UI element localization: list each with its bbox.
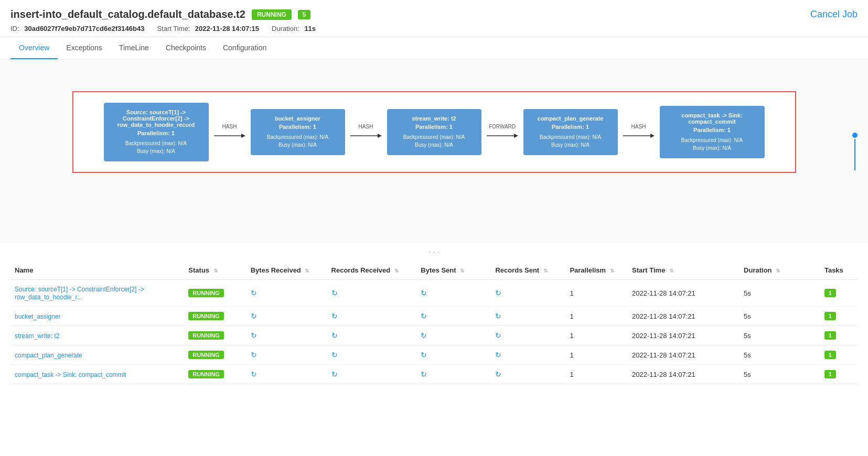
row-bytes-recv-0: ↻ <box>247 280 327 307</box>
row-tasks-badge-4: 1 <box>824 370 836 378</box>
loading-icon-1-1: ↻ <box>251 312 257 320</box>
sort-icon-bytes-recv[interactable]: ⇅ <box>305 268 309 274</box>
node-3-parallelism: Parallelism: 1 <box>394 124 474 130</box>
row-name-link-0[interactable]: Source: sourceT[1] -> ConstraintEnforcer… <box>15 286 144 301</box>
row-rec-sent-4: ↻ <box>491 365 565 384</box>
arrow-4-label: HASH <box>631 124 646 129</box>
table-row: compact_plan_generate RUNNING ↻ ↻ ↻ ↻ 1 … <box>10 345 858 365</box>
node-4-parallelism: Parallelism: 1 <box>531 124 610 130</box>
row-rec-recv-3: ↻ <box>327 345 417 365</box>
page: insert-into_default_catalog.default_data… <box>0 0 868 456</box>
loading-icon-4-3: ↻ <box>421 370 427 378</box>
flow-node-5[interactable]: compact_task -> Sink: compact_commit Par… <box>660 106 765 158</box>
row-name-link-3[interactable]: compact_plan_generate <box>15 352 82 359</box>
col-header-bytes-received: Bytes Received ⇅ <box>247 261 327 280</box>
sort-icon-parallelism[interactable]: ⇅ <box>610 268 614 274</box>
loading-icon-2-3: ↻ <box>421 331 427 340</box>
flow-node-1[interactable]: Source: sourceT[1] -> ConstraintEnforcer… <box>104 103 209 161</box>
header: insert-into_default_catalog.default_data… <box>0 0 868 37</box>
row-start-time-3: 2022-11-28 14:07:21 <box>628 345 740 365</box>
node-2-title: bucket_assigner <box>258 115 338 122</box>
arrow-3-label: FORWARD <box>489 124 516 129</box>
graph-flow: Source: sourceT[1] -> ConstraintEnforcer… <box>84 103 785 161</box>
row-start-time-0: 2022-11-28 14:07:21 <box>628 280 740 307</box>
loading-icon-3-2: ↻ <box>331 351 338 359</box>
row-tasks-badge-1: 1 <box>824 312 836 320</box>
row-bytes-sent-4: ↻ <box>416 365 491 384</box>
loading-icon-4-2: ↻ <box>331 370 338 378</box>
node-1-stats: Backpressured (max): N/ABusy (max): N/A <box>111 139 201 155</box>
row-name-link-1[interactable]: bucket_assigner <box>15 313 60 320</box>
row-parallelism-2: 1 <box>565 326 628 345</box>
loading-icon-2-4: ↻ <box>495 331 501 340</box>
cancel-job-button[interactable]: Cancel Job <box>810 9 858 20</box>
row-rec-recv-2: ↻ <box>327 326 417 345</box>
row-tasks-0: 1 <box>820 280 858 307</box>
row-status-2: RUNNING <box>188 331 223 340</box>
row-parallelism-3: 1 <box>565 345 628 365</box>
row-rec-recv-4: ↻ <box>327 365 417 384</box>
tab-timeline[interactable]: TimeLine <box>111 37 157 59</box>
node-5-title: compact_task -> Sink: compact_commit <box>667 112 757 125</box>
row-bytes-sent-1: ↻ <box>416 307 491 326</box>
tasks-badge: 5 <box>298 10 310 19</box>
row-rec-sent-2: ↻ <box>491 326 565 345</box>
col-header-tasks: Tasks <box>820 261 858 280</box>
flow-node-3[interactable]: stream_write: t2 Parallelism: 1 Backpres… <box>387 109 481 155</box>
loading-icon-0-3: ↻ <box>421 289 427 297</box>
flow-node-2[interactable]: bucket_assigner Parallelism: 1 Backpress… <box>251 109 345 155</box>
row-bytes-recv-1: ↻ <box>247 307 327 326</box>
row-name-link-4[interactable]: compact_task -> Sink: compact_commit <box>15 371 126 378</box>
id-value: 30ad6027f7e9eb7d717cd6e2f3146b43 <box>24 25 144 32</box>
loading-icon-1-4: ↻ <box>495 312 501 320</box>
loading-icon-4-1: ↻ <box>251 370 257 378</box>
node-4-stats: Backpressured (max): N/ABusy (max): N/A <box>531 133 610 149</box>
row-start-time-4: 2022-11-28 14:07:21 <box>628 365 740 384</box>
id-label: ID: 30ad6027f7e9eb7d717cd6e2f3146b43 <box>10 25 144 32</box>
table-row: compact_task -> Sink: compact_commit RUN… <box>10 365 858 384</box>
graph-container: Source: sourceT[1] -> ConstraintEnforcer… <box>72 91 796 173</box>
row-duration-4: 5s <box>740 365 820 384</box>
job-title: insert-into_default_catalog.default_data… <box>10 8 245 20</box>
sort-icon-rec-recv[interactable]: ⇅ <box>394 268 399 274</box>
tab-checkpoints[interactable]: Checkpoints <box>157 37 215 59</box>
sort-icon-status[interactable]: ⇅ <box>213 268 218 274</box>
tab-exceptions[interactable]: Exceptions <box>58 37 110 59</box>
sort-icon-bytes-sent[interactable]: ⇅ <box>460 268 464 274</box>
arrow-2-label: HASH <box>359 124 373 129</box>
flow-node-4[interactable]: compact_plan_generate Parallelism: 1 Bac… <box>523 109 618 155</box>
sort-icon-duration[interactable]: ⇅ <box>776 268 780 274</box>
flow-arrow-4: HASH <box>618 124 660 141</box>
scroll-indicator <box>852 133 858 170</box>
svg-marker-3 <box>378 134 382 138</box>
row-tasks-1: 1 <box>820 307 858 326</box>
graph-area: Source: sourceT[1] -> ConstraintEnforcer… <box>0 60 868 243</box>
node-1-title: Source: sourceT[1] -> ConstraintEnforcer… <box>111 109 201 128</box>
row-status-1: RUNNING <box>188 312 223 320</box>
row-name-link-2[interactable]: stream_write: t2 <box>15 332 59 340</box>
col-header-status: Status ⇅ <box>184 261 246 280</box>
arrow-1-label: HASH <box>222 124 237 129</box>
row-bytes-sent-2: ↻ <box>416 326 491 345</box>
node-3-title: stream_write: t2 <box>394 115 474 122</box>
tab-configuration[interactable]: Configuration <box>215 37 275 59</box>
row-start-time-1: 2022-11-28 14:07:21 <box>628 307 740 326</box>
loading-icon-2-2: ↻ <box>331 331 338 340</box>
row-start-time-2: 2022-11-28 14:07:21 <box>628 326 740 345</box>
table-row: stream_write: t2 RUNNING ↻ ↻ ↻ ↻ 1 2022-… <box>10 326 858 345</box>
row-parallelism-4: 1 <box>565 365 628 384</box>
row-rec-sent-3: ↻ <box>491 345 565 365</box>
sort-icon-start-time[interactable]: ⇅ <box>669 268 673 274</box>
col-header-bytes-sent: Bytes Sent ⇅ <box>416 261 491 280</box>
loading-icon-1-2: ↻ <box>331 312 338 320</box>
tab-overview[interactable]: Overview <box>10 37 58 59</box>
sort-icon-rec-sent[interactable]: ⇅ <box>543 268 548 274</box>
node-3-stats: Backpressured (max): N/ABusy (max): N/A <box>394 133 474 149</box>
node-4-title: compact_plan_generate <box>531 115 610 122</box>
jobs-table: Name Status ⇅ Bytes Received ⇅ Records R… <box>10 261 858 384</box>
node-5-stats: Backpressured (max): N/ABusy (max): N/A <box>667 136 757 152</box>
row-rec-sent-0: ↻ <box>491 280 565 307</box>
col-header-parallelism: Parallelism ⇅ <box>565 261 628 280</box>
row-status-3: RUNNING <box>188 351 223 359</box>
start-time-value: 2022-11-28 14:07:15 <box>195 25 259 32</box>
